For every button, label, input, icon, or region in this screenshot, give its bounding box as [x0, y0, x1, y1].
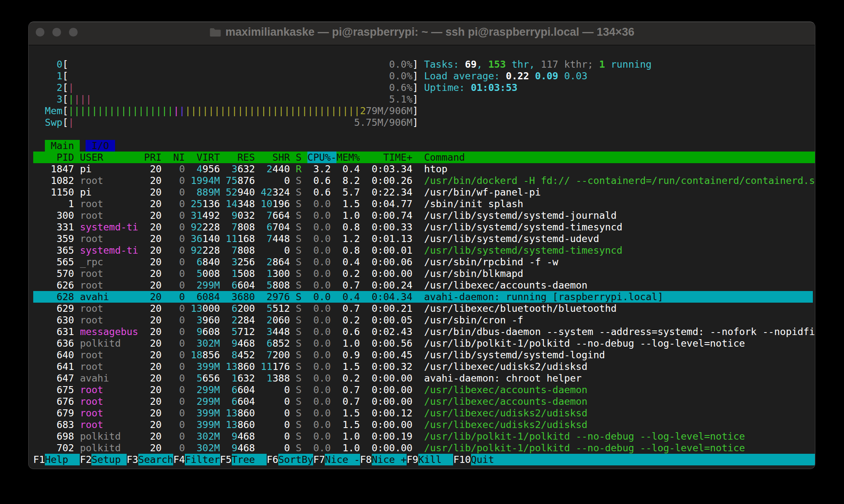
process-row-626[interactable]: 626 root 20 0 299M 6604 5808 S 0.0 0.7 0…: [33, 279, 813, 291]
screen-tabs[interactable]: Main I/O: [33, 140, 813, 152]
terminal-window: maximiliankaske — pi@raspberrypi: ~ — ss…: [28, 22, 815, 469]
function-key-bar[interactable]: F1Help F2Setup F3SearchF4FilterF5Tree F6…: [33, 454, 813, 465]
process-row-641[interactable]: 641 root 20 0 399M 13860 11176 S 0.0 1.5…: [33, 361, 813, 372]
mem-meter: Mem[||||||||||||||||||||||||||||||||||||…: [33, 105, 813, 117]
process-row-359[interactable]: 359 root 20 0 36140 11168 7448 S 0.0 1.2…: [33, 233, 813, 245]
process-row-647[interactable]: 647 avahi 20 0 5656 1632 1388 S 0.0 0.2 …: [33, 372, 813, 384]
process-row-629[interactable]: 629 root 20 0 13000 6200 5512 S 0.0 0.7 …: [33, 303, 813, 314]
process-row-679[interactable]: 679 root 20 0 399M 13860 0 S 0.0 1.5 0:0…: [33, 407, 813, 419]
process-row-565[interactable]: 565 _rpc 20 0 6840 3256 2864 S 0.0 0.4 0…: [33, 256, 813, 268]
titlebar[interactable]: maximiliankaske — pi@raspberrypi: ~ — ss…: [29, 22, 815, 45]
folder-icon: [209, 27, 221, 37]
process-row-300[interactable]: 300 root 20 0 31492 9032 7664 S 0.0 1.0 …: [33, 210, 813, 221]
process-row-630[interactable]: 630 root 20 0 3960 2284 2060 S 0.0 0.2 0…: [33, 314, 813, 326]
process-row-365[interactable]: 365 systemd-ti 20 0 92228 7808 0 S 0.0 0…: [33, 245, 813, 256]
traffic-lights: [36, 22, 78, 44]
process-row-331[interactable]: 331 systemd-ti 20 0 92228 7808 6704 S 0.…: [33, 221, 813, 233]
process-row-676[interactable]: 676 root 20 0 299M 6604 0 S 0.0 0.7 0:00…: [33, 396, 813, 407]
cpu-meter-1: 1[ 0.0%] Load average: 0.22 0.09 0.03: [33, 70, 813, 82]
close-button[interactable]: [36, 28, 44, 37]
process-row-1847[interactable]: 1847 pi 20 0 4956 3632 2440 R 3.2 0.4 0:…: [33, 163, 813, 175]
blank-mid: [33, 128, 813, 140]
process-row-698[interactable]: 698 polkitd 20 0 302M 9468 0 S 0.0 1.0 0…: [33, 431, 813, 442]
process-row-1[interactable]: 1 root 20 0 25136 14348 10196 S 0.0 1.5 …: [33, 198, 813, 210]
desktop: maximiliankaske — pi@raspberrypi: ~ — ss…: [0, 0, 844, 504]
process-row-570[interactable]: 570 root 20 0 5008 1508 1300 S 0.0 0.2 0…: [33, 268, 813, 279]
process-row-1150[interactable]: 1150 pi 20 0 889M 52940 42324 S 0.6 5.7 …: [33, 186, 813, 198]
window-title: maximiliankaske — pi@raspberrypi: ~ — ss…: [226, 26, 635, 39]
process-row-675[interactable]: 675 root 20 0 299M 6604 0 S 0.0 0.7 0:00…: [33, 384, 813, 396]
process-row-683[interactable]: 683 root 20 0 399M 13860 0 S 0.0 1.5 0:0…: [33, 419, 813, 431]
cpu-meter-2: 2[| 0.6%] Uptime: 01:03:53: [33, 82, 813, 93]
htop-screen: 0[ 0.0%] Tasks: 69, 153 thr, 117 kthr; 1…: [33, 47, 813, 466]
swp-meter: Swp[| 5.75M/906M]: [33, 117, 813, 128]
title-wrap: maximiliankaske — pi@raspberrypi: ~ — ss…: [209, 26, 635, 39]
cpu-meter-0: 0[ 0.0%] Tasks: 69, 153 thr, 117 kthr; 1…: [33, 59, 813, 70]
process-row-640[interactable]: 640 root 20 0 18856 8452 7200 S 0.0 0.9 …: [33, 349, 813, 361]
process-row-636[interactable]: 636 polkitd 20 0 302M 9468 6852 S 0.0 1.…: [33, 338, 813, 349]
process-row-702[interactable]: 702 polkitd 20 0 302M 9468 0 S 0.0 1.0 0…: [33, 442, 813, 454]
table-header[interactable]: PID USER PRI NI VIRT RES SHR S CPU%-MEM%…: [33, 152, 813, 163]
zoom-button[interactable]: [69, 28, 78, 37]
minimize-button[interactable]: [52, 28, 61, 37]
cpu-meter-3: 3[|||| 5.1%]: [33, 93, 813, 105]
process-row-1082[interactable]: 1082 root 20 0 1994M 75876 0 S 0.6 8.2 0…: [33, 175, 813, 186]
process-row-631[interactable]: 631 messagebus 20 0 9608 5712 3448 S 0.0…: [33, 326, 813, 338]
blank-top: [33, 47, 813, 59]
process-row-628[interactable]: 628 avahi 20 0 6084 3680 2976 S 0.0 0.4 …: [33, 291, 813, 303]
